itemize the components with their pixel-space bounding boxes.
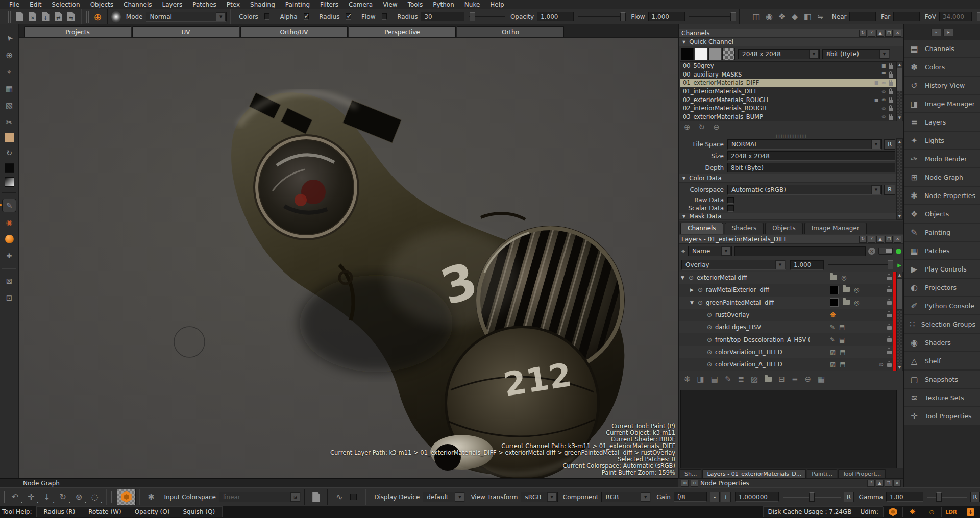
sync-icon[interactable]: ↻ bbox=[859, 30, 867, 37]
toolbar-grip[interactable] bbox=[111, 491, 114, 503]
scroll-down-icon[interactable]: ▼ bbox=[898, 115, 901, 121]
paint-tool[interactable]: ✎ bbox=[3, 199, 16, 212]
menu-item[interactable]: Ptex bbox=[222, 1, 245, 9]
palette-button[interactable]: ▢ Snapshots bbox=[904, 371, 980, 388]
lock-icon[interactable] bbox=[887, 314, 892, 317]
toolbar-grip[interactable] bbox=[745, 11, 747, 23]
gamma-reset-button[interactable]: R bbox=[970, 492, 980, 502]
dock-icon[interactable]: ⊞ bbox=[681, 480, 689, 487]
shadow-mode-icon[interactable]: ◆ bbox=[789, 10, 801, 23]
palette-button[interactable]: ▦ Patches bbox=[904, 242, 980, 259]
float-icon[interactable]: ❐ bbox=[885, 236, 893, 243]
move-down-button[interactable]: ↓▾ bbox=[39, 490, 55, 504]
gain-minus-button[interactable]: - bbox=[710, 492, 720, 502]
lock-icon[interactable] bbox=[889, 65, 893, 69]
expand-all-icon[interactable]: » bbox=[931, 29, 941, 36]
close-icon[interactable]: ✕ bbox=[894, 236, 901, 243]
view-tab[interactable]: Ortho bbox=[457, 26, 564, 37]
marquee-select-tool[interactable]: ▧ bbox=[3, 99, 16, 112]
panel-tab[interactable]: Objects bbox=[765, 223, 802, 234]
raw-data-checkbox[interactable] bbox=[727, 197, 734, 204]
palette-button[interactable]: ⊞ Node Graph bbox=[904, 168, 980, 186]
visibility-eye-icon[interactable]: ⊙ bbox=[705, 361, 714, 368]
color-managed-page-icon[interactable] bbox=[308, 490, 324, 504]
view-tab[interactable]: Projects bbox=[24, 26, 131, 37]
layer-row[interactable]: ▼ ⊙ greenPaintedMetal diff ❋ ✎ ▨ ▤ ◎ ∞ bbox=[679, 297, 904, 309]
visibility-eye-icon[interactable]: ⊙ bbox=[687, 274, 696, 281]
scalar-data-checkbox[interactable] bbox=[727, 205, 734, 212]
foreground-color-swatch[interactable] bbox=[5, 133, 14, 142]
panel-tab[interactable]: Channels bbox=[680, 223, 723, 234]
gain-slider[interactable] bbox=[783, 492, 841, 502]
add-tiled-layer-icon[interactable]: ▨ bbox=[751, 375, 758, 384]
float-icon[interactable]: ❐ bbox=[885, 30, 893, 37]
color-data-header[interactable]: ▼ Color Data bbox=[679, 174, 897, 183]
lock-icon[interactable] bbox=[889, 74, 893, 78]
grid-view-icon[interactable]: ▦ bbox=[818, 375, 825, 384]
reset-button[interactable]: R bbox=[884, 139, 895, 150]
scroll-down-icon[interactable]: ▼ bbox=[898, 213, 901, 219]
bottom-panel-tab[interactable]: Tool Propert... bbox=[838, 469, 886, 478]
menu-item[interactable]: Objects bbox=[85, 1, 118, 9]
undock-icon[interactable]: ⊟ bbox=[691, 480, 698, 487]
add-procedural-layer-icon[interactable]: ✎ bbox=[725, 375, 731, 384]
visibility-eye-icon[interactable]: ⊙ bbox=[705, 336, 714, 343]
lock-icon[interactable] bbox=[889, 82, 893, 86]
pan-button[interactable]: ✛▾ bbox=[23, 490, 39, 504]
toolbar-grip[interactable] bbox=[8, 11, 11, 23]
display-device-dropdown[interactable]: default▼ bbox=[423, 492, 465, 502]
menu-item[interactable]: Filters bbox=[315, 1, 344, 9]
far-field[interactable] bbox=[893, 12, 920, 21]
close-icon[interactable]: ✕ bbox=[894, 30, 901, 37]
fov-field[interactable]: 34.000 bbox=[939, 12, 972, 21]
paint-target-button[interactable] bbox=[117, 489, 136, 505]
node-graph-bar[interactable]: Node Graph bbox=[0, 478, 678, 487]
visibility-eye-icon[interactable]: ⊙ bbox=[696, 299, 705, 306]
flatten-icon[interactable]: ≡ bbox=[792, 375, 798, 384]
select-tool[interactable]: ➤ bbox=[3, 32, 16, 44]
lock-icon[interactable] bbox=[889, 116, 893, 120]
blend-mode-dropdown[interactable]: Overlay▼ bbox=[681, 260, 786, 270]
menu-item[interactable]: Help bbox=[485, 1, 509, 9]
toolbar-grip[interactable] bbox=[2, 11, 4, 23]
quick-swatch-white[interactable] bbox=[695, 48, 707, 60]
gradient-swatch[interactable] bbox=[5, 177, 14, 187]
add-image-layer-icon[interactable]: ◨ bbox=[697, 375, 704, 384]
blend-amount-slider[interactable] bbox=[828, 260, 893, 270]
add-item-tool[interactable]: ⊕ bbox=[3, 48, 16, 61]
lock-icon[interactable] bbox=[889, 100, 893, 103]
layer-row[interactable]: ⊙ darkEdges_HSV ❋ ✎ ▨ ▤ ◎ ∞ bbox=[679, 321, 904, 333]
palette-button[interactable]: ↺ History View bbox=[904, 77, 980, 94]
flow-field[interactable]: 1.000 bbox=[648, 12, 685, 21]
expand-icon[interactable]: ▶ bbox=[688, 287, 696, 292]
udim-target-button[interactable]: ⊙ bbox=[922, 507, 941, 517]
colorspace-dropdown[interactable]: Automatic (sRGB)▼ bbox=[727, 185, 882, 195]
quick-swatch-checker[interactable] bbox=[722, 48, 735, 60]
channel-row[interactable]: 02_exteriorMaterials_ROUGH ≣ ∞ bbox=[680, 95, 896, 104]
palette-button[interactable]: ≣ Layers bbox=[904, 113, 980, 131]
new-project-button[interactable] bbox=[13, 10, 26, 23]
symmetry-x-tool[interactable]: ⊠ bbox=[3, 275, 16, 287]
add-layer-tool[interactable]: ✚ bbox=[3, 250, 16, 262]
panel-tab[interactable]: Image Manager bbox=[804, 223, 867, 234]
menu-item[interactable]: Patches bbox=[187, 1, 222, 9]
palette-button[interactable]: ✦ Lights bbox=[904, 132, 980, 149]
expand-icon[interactable]: ▼ bbox=[679, 275, 687, 280]
add-group-icon[interactable] bbox=[765, 375, 772, 384]
channel-row[interactable]: 02_interiorMaterials_ROUGH ≣ ∞ bbox=[680, 104, 896, 113]
node-properties-bar[interactable]: ⊞ ⊟ Node Properties ? ▲ ❐ ✕ bbox=[678, 478, 903, 487]
palette-button[interactable]: ◐ Projectors bbox=[904, 279, 980, 296]
background-color-swatch[interactable] bbox=[5, 163, 14, 173]
layer-row[interactable]: ▶ ⊙ rawMetalExterior diff ❋ ✎ ▨ ▤ ◎ ∞ bbox=[679, 284, 904, 296]
menu-item[interactable]: Selection bbox=[46, 1, 85, 9]
visibility-eye-icon[interactable]: ⊙ bbox=[705, 311, 714, 318]
slice-tool[interactable]: ✂ bbox=[3, 116, 16, 129]
opacity-slider[interactable] bbox=[578, 12, 626, 22]
flow-slider[interactable] bbox=[689, 12, 737, 22]
scroll-up-icon[interactable]: ▲ bbox=[898, 272, 901, 278]
lock-icon[interactable] bbox=[889, 91, 893, 94]
menu-item[interactable]: Edit bbox=[24, 1, 46, 9]
menu-item[interactable]: Layers bbox=[157, 1, 188, 9]
file-space-dropdown[interactable]: NORMAL▼ bbox=[727, 139, 882, 150]
add-channel-button[interactable]: ⊕ bbox=[91, 10, 104, 23]
